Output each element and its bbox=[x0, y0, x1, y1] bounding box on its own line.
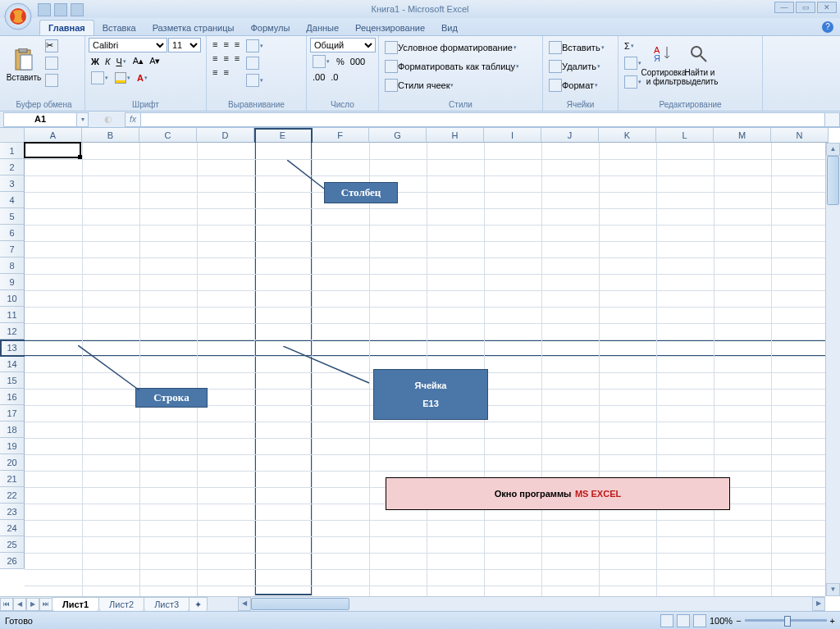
row-header[interactable]: 16 bbox=[0, 389, 25, 405]
tab-insert[interactable]: Вставка bbox=[94, 21, 144, 35]
column-header[interactable]: E bbox=[254, 128, 312, 143]
row-header[interactable]: 5 bbox=[0, 208, 25, 225]
column-header[interactable]: G bbox=[369, 128, 427, 143]
row-header[interactable]: 10 bbox=[0, 290, 25, 307]
format-table-button[interactable]: Форматировать как таблицу ▾ bbox=[382, 58, 523, 75]
qat-save-icon[interactable] bbox=[38, 3, 51, 16]
name-box-dropdown[interactable]: ▾ bbox=[77, 112, 89, 127]
font-color-button[interactable]: A▾ bbox=[135, 71, 151, 84]
column-header[interactable]: K bbox=[599, 128, 656, 143]
row-header[interactable]: 19 bbox=[0, 438, 25, 454]
tab-view[interactable]: Вид bbox=[433, 21, 466, 35]
column-header[interactable]: J bbox=[541, 128, 599, 143]
row-header[interactable]: 2 bbox=[0, 159, 25, 175]
qat-undo-icon[interactable] bbox=[54, 3, 67, 16]
horizontal-scrollbar[interactable]: ◀ ▶ bbox=[238, 596, 825, 611]
underline-button[interactable]: Ч▾ bbox=[113, 55, 129, 68]
vertical-scrollbar[interactable]: ▲ ▼ bbox=[825, 143, 840, 596]
sheet-tab-1[interactable]: Лист1 bbox=[52, 597, 99, 611]
align-bot-button[interactable]: ≡ bbox=[232, 38, 242, 51]
formatpainter-button[interactable] bbox=[43, 72, 61, 89]
zoom-level[interactable]: 100% bbox=[710, 616, 733, 626]
row-header[interactable]: 14 bbox=[0, 356, 25, 372]
sheet-tab-2[interactable]: Лист2 bbox=[98, 597, 144, 611]
view-normal-icon[interactable] bbox=[660, 614, 673, 627]
name-box[interactable]: A1 bbox=[3, 112, 77, 127]
indent-inc-button[interactable]: ≡ bbox=[221, 66, 231, 79]
minimize-button[interactable]: — bbox=[774, 2, 794, 13]
qat-redo-icon[interactable] bbox=[71, 3, 84, 16]
row-header[interactable]: 21 bbox=[0, 471, 25, 487]
row-header[interactable]: 12 bbox=[0, 323, 25, 340]
align-left-button[interactable]: ≡ bbox=[210, 52, 220, 65]
number-format-select[interactable]: Общий bbox=[310, 38, 376, 52]
row-header[interactable]: 7 bbox=[0, 241, 25, 258]
font-name-select[interactable]: Calibri bbox=[89, 38, 167, 52]
view-break-icon[interactable] bbox=[693, 614, 706, 627]
grow-font-button[interactable]: A▴ bbox=[130, 54, 146, 68]
column-header[interactable]: A bbox=[25, 128, 82, 143]
office-button[interactable] bbox=[3, 2, 33, 31]
wrap-text-button[interactable] bbox=[244, 55, 267, 71]
row-header[interactable]: 8 bbox=[0, 258, 25, 274]
row-header[interactable]: 3 bbox=[0, 175, 25, 192]
zoom-slider[interactable] bbox=[745, 619, 827, 622]
column-header[interactable]: I bbox=[484, 128, 541, 143]
row-header[interactable]: 22 bbox=[0, 487, 25, 504]
maximize-button[interactable]: ▭ bbox=[796, 2, 815, 13]
sort-filter-button[interactable]: АЯ Сортировка и фильтр bbox=[646, 38, 681, 92]
inc-decimal-button[interactable]: .00 bbox=[310, 71, 327, 84]
shrink-font-button[interactable]: A▾ bbox=[147, 54, 162, 68]
column-header[interactable]: N bbox=[771, 128, 829, 143]
close-button[interactable]: ✕ bbox=[817, 2, 837, 13]
orientation-button[interactable]: ▾ bbox=[244, 38, 267, 54]
dec-decimal-button[interactable]: .0 bbox=[328, 71, 340, 84]
align-top-button[interactable]: ≡ bbox=[210, 38, 220, 51]
scroll-down-icon[interactable]: ▼ bbox=[826, 583, 840, 596]
tab-formulas[interactable]: Формулы bbox=[242, 21, 298, 35]
row-header[interactable]: 1 bbox=[0, 143, 25, 159]
row-header[interactable]: 17 bbox=[0, 405, 25, 422]
row-header[interactable]: 15 bbox=[0, 372, 25, 389]
column-header[interactable]: C bbox=[139, 128, 197, 143]
bold-button[interactable]: Ж bbox=[89, 55, 102, 68]
copy-button[interactable] bbox=[43, 55, 61, 71]
indent-dec-button[interactable]: ≡ bbox=[210, 66, 220, 79]
merge-button[interactable]: ▾ bbox=[244, 72, 267, 89]
scroll-h-thumb[interactable] bbox=[251, 598, 349, 610]
insert-cells-button[interactable]: Вставить▾ bbox=[546, 39, 608, 56]
column-header[interactable]: L bbox=[656, 128, 714, 143]
percent-button[interactable]: % bbox=[334, 55, 347, 68]
tab-data[interactable]: Данные bbox=[298, 21, 347, 35]
column-header[interactable]: M bbox=[714, 128, 771, 143]
fill-color-button[interactable]: ▾ bbox=[112, 71, 134, 85]
row-header[interactable]: 6 bbox=[0, 225, 25, 241]
scroll-left-icon[interactable]: ◀ bbox=[238, 597, 251, 611]
sheet-nav-next-icon[interactable]: ▶ bbox=[26, 598, 39, 611]
column-header[interactable]: H bbox=[427, 128, 484, 143]
align-center-button[interactable]: ≡ bbox=[221, 52, 231, 65]
tab-pagelayout[interactable]: Разметка страницы bbox=[144, 21, 243, 35]
row-header[interactable]: 11 bbox=[0, 307, 25, 323]
autosum-button[interactable]: Σ ▾ bbox=[622, 39, 645, 52]
row-header[interactable]: 18 bbox=[0, 422, 25, 438]
cond-format-button[interactable]: Условное форматирование ▾ bbox=[382, 39, 520, 56]
sheet-nav-first-icon[interactable]: ⏮ bbox=[0, 598, 13, 611]
align-mid-button[interactable]: ≡ bbox=[221, 38, 231, 51]
row-header[interactable]: 13 bbox=[0, 340, 25, 356]
row-header[interactable]: 23 bbox=[0, 504, 25, 520]
format-cells-button[interactable]: Формат▾ bbox=[546, 77, 601, 93]
italic-button[interactable]: К bbox=[103, 55, 112, 68]
row-header[interactable]: 9 bbox=[0, 274, 25, 290]
sheet-tab-3[interactable]: Лист3 bbox=[144, 597, 189, 611]
align-right-button[interactable]: ≡ bbox=[232, 52, 242, 65]
cut-button[interactable]: ✂ bbox=[43, 38, 61, 54]
currency-button[interactable]: ▾ bbox=[310, 53, 333, 70]
scroll-v-thumb[interactable] bbox=[827, 156, 839, 205]
delete-cells-button[interactable]: Удалить▾ bbox=[546, 58, 604, 75]
row-header[interactable]: 26 bbox=[0, 553, 25, 569]
row-header[interactable]: 24 bbox=[0, 520, 25, 536]
scroll-right-icon[interactable]: ▶ bbox=[812, 597, 825, 611]
borders-button[interactable]: ▾ bbox=[89, 70, 112, 86]
help-icon[interactable]: ? bbox=[822, 21, 833, 33]
